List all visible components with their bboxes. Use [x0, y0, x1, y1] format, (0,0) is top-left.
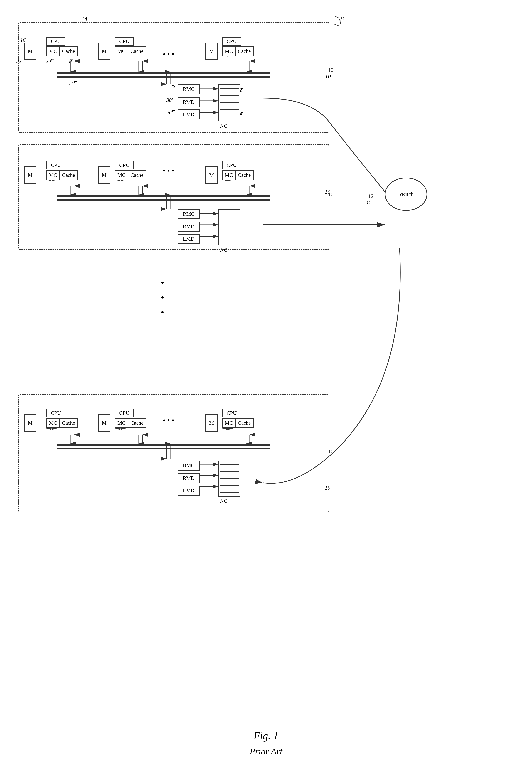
between-dots: • — [161, 277, 168, 287]
node3-cpu3-mc-cache: MC Cache — [222, 418, 253, 428]
node1-rmd: RMD — [177, 97, 200, 107]
node3-cpu3-label: CPU — [222, 409, 241, 417]
node2-cpu3-label: CPU — [222, 161, 241, 169]
node2-lmd: LMD — [177, 234, 200, 244]
node1-cpu3-mc-cache: MC Cache — [222, 46, 253, 56]
dots2: • • • — [163, 166, 174, 175]
node1-cpu2-label: CPU — [115, 37, 134, 45]
node1-cpu2-mc-cache: MC Cache — [115, 46, 146, 56]
node3-cpu1-mc-cache: MC Cache — [46, 418, 78, 428]
ref11: 11 — [68, 80, 73, 86]
node2-box — [18, 144, 329, 250]
switch-ref: 12 — [366, 200, 372, 206]
ref20: 20 — [46, 58, 51, 64]
node2-ref10: 10 — [325, 189, 330, 195]
ref26: 26 — [166, 109, 172, 115]
node3-cpu2-mc-cache: MC Cache — [115, 418, 146, 428]
node1-cpu1-label: CPU — [46, 37, 65, 45]
ref28: 28 — [170, 84, 175, 89]
ref30: 30 — [166, 97, 172, 103]
dots1: • • • — [163, 50, 174, 59]
switch-label: Switch — [398, 191, 414, 197]
node2-cpu2-mc-cache: MC Cache — [115, 170, 146, 180]
node3-nc-box — [218, 461, 240, 497]
node2-cpu1-mc-cache: MC Cache — [46, 170, 78, 180]
node2-cpu1-label: CPU — [46, 161, 65, 169]
node2-cpu3-m: M — [205, 166, 218, 184]
node1-cpu1-m: M — [24, 43, 36, 60]
node1-rmc: RMC — [177, 84, 200, 94]
node3-ref10: 10 — [325, 485, 330, 491]
node2-cpu3-mc-cache: MC Cache — [222, 170, 253, 180]
node1-cpu3-m: M — [205, 43, 218, 60]
node1-ref10: 10 — [325, 73, 331, 79]
node3-cpu2-m: M — [98, 414, 110, 432]
node2-rmd: RMD — [177, 221, 200, 231]
node3-rmc: RMC — [177, 461, 200, 471]
node3-cpu1-m: M — [24, 414, 36, 432]
node2-cpu2-m: M — [98, 166, 110, 184]
node1-lmd: LMD — [177, 109, 200, 119]
ref16: 16 — [20, 37, 26, 43]
prior-art-label: Prior Art — [250, 746, 282, 757]
switch-ellipse: Switch — [385, 177, 427, 211]
node3-cpu3-m: M — [205, 414, 218, 432]
node2-nc-label: NC — [220, 247, 227, 253]
node2-nc-box — [218, 209, 240, 245]
node1-cpu2-m: M — [98, 43, 110, 60]
node1-cpu1-mc-cache: MC Cache — [46, 46, 78, 56]
node2-rmc: RMC — [177, 209, 200, 219]
ref22: 22 — [16, 58, 21, 64]
node3-nc-label: NC — [220, 498, 227, 504]
page: 8 ⌐10 ⌐10 ⌐10 12 14 ⌐ M 16 ⌐ CPU MC Cach… — [0, 0, 532, 775]
node1-cpu3-label: CPU — [222, 37, 241, 45]
between-dots3: • — [161, 307, 168, 317]
node2-cpu1-m: M — [24, 166, 36, 184]
node3-lmd: LMD — [177, 486, 200, 496]
node3-rmd: RMD — [177, 473, 200, 483]
node2-cpu2-label: CPU — [115, 161, 134, 169]
node1-nc-box — [218, 84, 240, 121]
between-dots2: • — [161, 292, 168, 302]
node1-nc-label: NC — [220, 123, 227, 129]
svg-text:8: 8 — [340, 15, 344, 23]
dots3: • • • — [163, 416, 174, 425]
node3-cpu1-label: CPU — [46, 409, 65, 417]
fig-label: Fig. 1 — [253, 730, 279, 742]
node3-cpu2-label: CPU — [115, 409, 134, 417]
